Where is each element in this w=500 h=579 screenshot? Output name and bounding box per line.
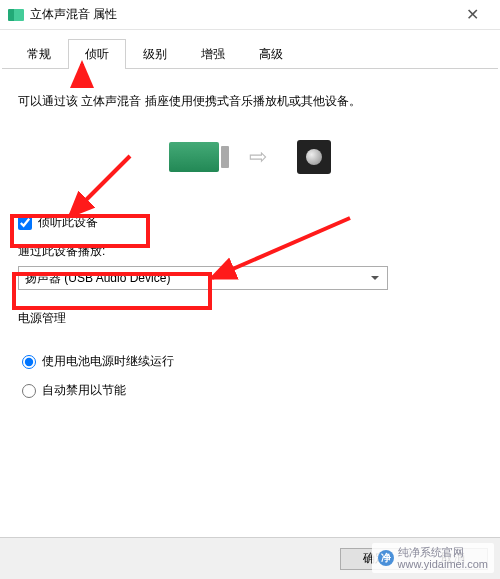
listen-checkbox[interactable] <box>18 216 32 230</box>
description-text: 可以通过该 立体声混音 插座使用便携式音乐播放机或其他设备。 <box>18 93 482 110</box>
power-section: 电源管理 使用电池电源时继续运行 自动禁用以节能 <box>18 310 482 419</box>
playback-device-dropdown[interactable]: 扬声器 (USB Audio Device) <box>18 266 388 290</box>
radio-auto-disable[interactable] <box>22 384 36 398</box>
listen-checkbox-label[interactable]: 侦听此设备 <box>38 214 98 231</box>
power-radio-group: 使用电池电源时继续运行 自动禁用以节能 <box>18 333 482 419</box>
close-button[interactable]: ✕ <box>452 0 492 30</box>
soundcard-icon <box>169 142 219 172</box>
playback-through-label: 通过此设备播放: <box>18 243 482 260</box>
watermark-line1: 纯净系统官网 <box>398 546 488 558</box>
tab-listen[interactable]: 侦听 <box>68 39 126 69</box>
arrow-icon: ⇨ <box>249 144 267 170</box>
speaker-device-icon <box>297 140 331 174</box>
window-title: 立体声混音 属性 <box>30 6 452 23</box>
tab-levels[interactable]: 级别 <box>126 39 184 69</box>
watermark-line2: www.yidaimei.com <box>398 558 488 570</box>
radio-row-continue: 使用电池电源时继续运行 <box>22 353 478 370</box>
tab-row: 常规 侦听 级别 增强 高级 <box>2 30 498 69</box>
content-area: 可以通过该 立体声混音 插座使用便携式音乐播放机或其他设备。 ⇨ 侦听此设备 通… <box>0 69 500 435</box>
tab-general[interactable]: 常规 <box>10 39 68 69</box>
radio-row-disable: 自动禁用以节能 <box>22 382 478 399</box>
watermark-logo-icon: 净 <box>378 550 394 566</box>
dropdown-value: 扬声器 (USB Audio Device) <box>25 270 170 287</box>
power-label: 电源管理 <box>18 310 482 327</box>
radio-continue[interactable] <box>22 355 36 369</box>
mixer-icon <box>8 9 24 21</box>
watermark: 净 纯净系统官网 www.yidaimei.com <box>372 543 494 573</box>
radio-auto-disable-label[interactable]: 自动禁用以节能 <box>42 382 126 399</box>
tab-enhance[interactable]: 增强 <box>184 39 242 69</box>
titlebar: 立体声混音 属性 ✕ <box>0 0 500 30</box>
device-graphic: ⇨ <box>18 140 482 174</box>
tab-advanced[interactable]: 高级 <box>242 39 300 69</box>
listen-checkbox-row: 侦听此设备 <box>18 214 482 231</box>
radio-continue-label[interactable]: 使用电池电源时继续运行 <box>42 353 174 370</box>
